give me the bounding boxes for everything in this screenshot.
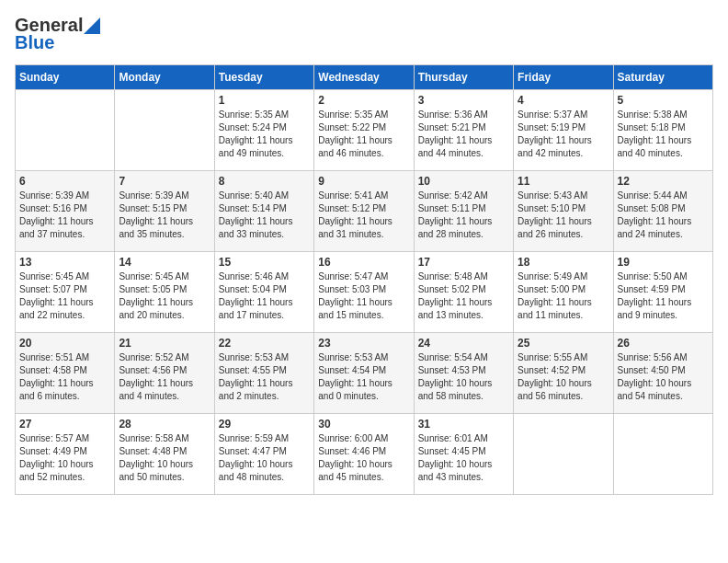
- day-number: 25: [518, 337, 609, 350]
- day-header-wednesday: Wednesday: [314, 65, 414, 90]
- day-number: 11: [518, 175, 609, 188]
- logo-arrow-icon: [84, 17, 100, 34]
- calendar-cell: 25Sunrise: 5:55 AM Sunset: 4:52 PM Dayli…: [514, 333, 613, 414]
- day-info: Sunrise: 5:43 AM Sunset: 5:10 PM Dayligh…: [518, 190, 609, 241]
- calendar-cell: [613, 414, 712, 495]
- calendar-cell: 30Sunrise: 6:00 AM Sunset: 4:46 PM Dayli…: [314, 414, 414, 495]
- day-number: 29: [219, 418, 310, 431]
- calendar-cell: 16Sunrise: 5:47 AM Sunset: 5:03 PM Dayli…: [314, 252, 414, 333]
- day-info: Sunrise: 5:54 AM Sunset: 4:53 PM Dayligh…: [418, 351, 509, 403]
- day-info: Sunrise: 5:48 AM Sunset: 5:02 PM Dayligh…: [418, 270, 509, 322]
- day-info: Sunrise: 5:38 AM Sunset: 5:18 PM Dayligh…: [618, 109, 709, 160]
- day-info: Sunrise: 5:36 AM Sunset: 5:21 PM Dayligh…: [418, 109, 509, 160]
- day-info: Sunrise: 5:52 AM Sunset: 4:56 PM Dayligh…: [119, 351, 210, 403]
- day-info: Sunrise: 5:53 AM Sunset: 4:55 PM Dayligh…: [219, 351, 310, 403]
- day-info: Sunrise: 5:44 AM Sunset: 5:08 PM Dayligh…: [618, 190, 709, 241]
- day-info: Sunrise: 5:35 AM Sunset: 5:24 PM Dayligh…: [219, 109, 310, 160]
- day-number: 27: [19, 418, 110, 431]
- week-row-1: 1Sunrise: 5:35 AM Sunset: 5:24 PM Daylig…: [16, 90, 713, 171]
- calendar-cell: 18Sunrise: 5:49 AM Sunset: 5:00 PM Dayli…: [514, 252, 613, 333]
- day-number: 14: [119, 256, 210, 269]
- day-number: 24: [418, 337, 509, 350]
- day-info: Sunrise: 6:00 AM Sunset: 4:46 PM Dayligh…: [318, 432, 409, 484]
- calendar-cell: 1Sunrise: 5:35 AM Sunset: 5:24 PM Daylig…: [214, 90, 313, 171]
- calendar-cell: 27Sunrise: 5:57 AM Sunset: 4:49 PM Dayli…: [16, 414, 115, 495]
- day-number: 6: [19, 175, 110, 188]
- day-number: 7: [119, 175, 210, 188]
- week-row-3: 13Sunrise: 5:45 AM Sunset: 5:07 PM Dayli…: [16, 252, 713, 333]
- day-number: 21: [119, 337, 210, 350]
- day-info: Sunrise: 6:01 AM Sunset: 4:45 PM Dayligh…: [418, 432, 509, 484]
- logo-blue-text: Blue: [15, 32, 54, 53]
- day-info: Sunrise: 5:41 AM Sunset: 5:12 PM Dayligh…: [318, 190, 409, 241]
- calendar-cell: 20Sunrise: 5:51 AM Sunset: 4:58 PM Dayli…: [16, 333, 115, 414]
- calendar-cell: 22Sunrise: 5:53 AM Sunset: 4:55 PM Dayli…: [214, 333, 313, 414]
- day-info: Sunrise: 5:40 AM Sunset: 5:14 PM Dayligh…: [219, 190, 310, 241]
- day-number: 17: [418, 256, 509, 269]
- calendar-cell: 23Sunrise: 5:53 AM Sunset: 4:54 PM Dayli…: [314, 333, 414, 414]
- day-number: 12: [618, 175, 709, 188]
- day-number: 23: [318, 337, 409, 350]
- day-info: Sunrise: 5:37 AM Sunset: 5:19 PM Dayligh…: [518, 109, 609, 160]
- day-number: 28: [119, 418, 210, 431]
- week-row-5: 27Sunrise: 5:57 AM Sunset: 4:49 PM Dayli…: [16, 414, 713, 495]
- day-header-tuesday: Tuesday: [214, 65, 313, 90]
- day-header-saturday: Saturday: [613, 65, 712, 90]
- day-number: 4: [518, 94, 609, 107]
- day-header-thursday: Thursday: [414, 65, 513, 90]
- day-number: 2: [318, 94, 409, 107]
- day-info: Sunrise: 5:39 AM Sunset: 5:16 PM Dayligh…: [19, 190, 110, 241]
- calendar-cell: 10Sunrise: 5:42 AM Sunset: 5:11 PM Dayli…: [414, 171, 513, 252]
- calendar-cell: 15Sunrise: 5:46 AM Sunset: 5:04 PM Dayli…: [214, 252, 313, 333]
- calendar-cell: 12Sunrise: 5:44 AM Sunset: 5:08 PM Dayli…: [613, 171, 712, 252]
- calendar-cell: 26Sunrise: 5:56 AM Sunset: 4:50 PM Dayli…: [613, 333, 712, 414]
- day-info: Sunrise: 5:50 AM Sunset: 4:59 PM Dayligh…: [618, 270, 709, 322]
- calendar-cell: 29Sunrise: 5:59 AM Sunset: 4:47 PM Dayli…: [214, 414, 313, 495]
- day-number: 10: [418, 175, 509, 188]
- calendar-cell: [16, 90, 115, 171]
- day-number: 26: [618, 337, 709, 350]
- calendar-cell: 17Sunrise: 5:48 AM Sunset: 5:02 PM Dayli…: [414, 252, 513, 333]
- day-info: Sunrise: 5:45 AM Sunset: 5:05 PM Dayligh…: [119, 270, 210, 322]
- day-info: Sunrise: 5:57 AM Sunset: 4:49 PM Dayligh…: [19, 432, 110, 484]
- day-number: 18: [518, 256, 609, 269]
- calendar-header: SundayMondayTuesdayWednesdayThursdayFrid…: [16, 65, 713, 90]
- day-info: Sunrise: 5:58 AM Sunset: 4:48 PM Dayligh…: [119, 432, 210, 484]
- day-info: Sunrise: 5:53 AM Sunset: 4:54 PM Dayligh…: [318, 351, 409, 403]
- calendar-cell: 7Sunrise: 5:39 AM Sunset: 5:15 PM Daylig…: [115, 171, 214, 252]
- calendar-cell: 2Sunrise: 5:35 AM Sunset: 5:22 PM Daylig…: [314, 90, 414, 171]
- day-header-friday: Friday: [514, 65, 613, 90]
- day-info: Sunrise: 5:46 AM Sunset: 5:04 PM Dayligh…: [219, 270, 310, 322]
- day-info: Sunrise: 5:55 AM Sunset: 4:52 PM Dayligh…: [518, 351, 609, 403]
- day-info: Sunrise: 5:42 AM Sunset: 5:11 PM Dayligh…: [418, 190, 509, 241]
- svg-marker-0: [84, 17, 100, 34]
- day-header-monday: Monday: [115, 65, 214, 90]
- day-header-sunday: Sunday: [16, 65, 115, 90]
- calendar-cell: 8Sunrise: 5:40 AM Sunset: 5:14 PM Daylig…: [214, 171, 313, 252]
- day-number: 13: [19, 256, 110, 269]
- day-info: Sunrise: 5:45 AM Sunset: 5:07 PM Dayligh…: [19, 270, 110, 322]
- calendar-table: SundayMondayTuesdayWednesdayThursdayFrid…: [15, 64, 713, 495]
- day-number: 31: [418, 418, 509, 431]
- day-info: Sunrise: 5:49 AM Sunset: 5:00 PM Dayligh…: [518, 270, 609, 322]
- day-info: Sunrise: 5:35 AM Sunset: 5:22 PM Dayligh…: [318, 109, 409, 160]
- logo: General Blue: [15, 15, 100, 53]
- day-number: 16: [318, 256, 409, 269]
- calendar-cell: 28Sunrise: 5:58 AM Sunset: 4:48 PM Dayli…: [115, 414, 214, 495]
- day-info: Sunrise: 5:56 AM Sunset: 4:50 PM Dayligh…: [618, 351, 709, 403]
- calendar-cell: 13Sunrise: 5:45 AM Sunset: 5:07 PM Dayli…: [16, 252, 115, 333]
- calendar-cell: 24Sunrise: 5:54 AM Sunset: 4:53 PM Dayli…: [414, 333, 513, 414]
- calendar-cell: 14Sunrise: 5:45 AM Sunset: 5:05 PM Dayli…: [115, 252, 214, 333]
- day-number: 8: [219, 175, 310, 188]
- page-header: General Blue: [15, 15, 713, 53]
- day-number: 22: [219, 337, 310, 350]
- calendar-cell: 31Sunrise: 6:01 AM Sunset: 4:45 PM Dayli…: [414, 414, 513, 495]
- calendar-cell: 4Sunrise: 5:37 AM Sunset: 5:19 PM Daylig…: [514, 90, 613, 171]
- calendar-cell: 5Sunrise: 5:38 AM Sunset: 5:18 PM Daylig…: [613, 90, 712, 171]
- day-info: Sunrise: 5:39 AM Sunset: 5:15 PM Dayligh…: [119, 190, 210, 241]
- day-info: Sunrise: 5:59 AM Sunset: 4:47 PM Dayligh…: [219, 432, 310, 484]
- calendar-cell: [115, 90, 214, 171]
- day-number: 9: [318, 175, 409, 188]
- day-number: 15: [219, 256, 310, 269]
- calendar-cell: 11Sunrise: 5:43 AM Sunset: 5:10 PM Dayli…: [514, 171, 613, 252]
